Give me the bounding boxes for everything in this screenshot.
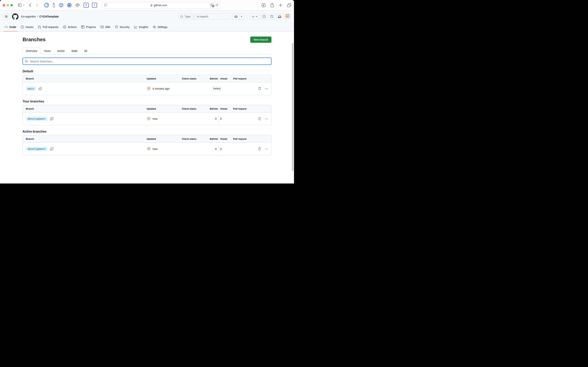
tab-yours[interactable]: Yours bbox=[41, 47, 54, 54]
tab-issues[interactable]: Issues bbox=[19, 23, 35, 31]
global-nav-menu-button[interactable] bbox=[3, 13, 9, 20]
tab-overview[interactable]: Overview bbox=[23, 47, 41, 54]
tab-insights[interactable]: Insights bbox=[133, 23, 150, 31]
minimize-window-button[interactable] bbox=[7, 4, 9, 6]
issues-dashboard-button[interactable] bbox=[261, 13, 267, 20]
col-branch: Branch bbox=[23, 77, 147, 80]
extension-instapaper-button[interactable]: I bbox=[84, 3, 89, 8]
tab-active[interactable]: Active bbox=[54, 47, 68, 54]
notifications-inbox-button[interactable] bbox=[277, 13, 283, 20]
cube-icon bbox=[59, 3, 64, 8]
breadcrumb-repo-link[interactable]: CYOATemplate bbox=[39, 15, 59, 18]
committer-avatar[interactable] bbox=[147, 117, 151, 121]
sidebar-chevron-button[interactable] bbox=[23, 4, 25, 6]
scrollbar-thumb[interactable] bbox=[292, 43, 294, 171]
sidebar-toggle-button[interactable] bbox=[18, 3, 22, 7]
zoom-window-button[interactable] bbox=[10, 4, 13, 6]
tab-pull-requests[interactable]: Pull requests bbox=[36, 23, 60, 31]
extension-1password-button[interactable] bbox=[67, 3, 72, 8]
download-icon bbox=[261, 3, 266, 7]
tab-wiki[interactable]: Wiki bbox=[99, 23, 112, 31]
col-branch: Branch bbox=[23, 108, 147, 110]
pull-requests-dashboard-button[interactable] bbox=[269, 13, 275, 20]
copy-icon bbox=[39, 87, 42, 90]
copy-branch-name-button[interactable] bbox=[50, 147, 53, 150]
branch-search-input[interactable] bbox=[30, 59, 269, 63]
committer-avatar[interactable] bbox=[147, 147, 151, 151]
gear-icon bbox=[153, 25, 156, 29]
address-bar[interactable]: github.com A x bbox=[102, 2, 220, 8]
new-tab-button[interactable] bbox=[279, 3, 282, 7]
copilot-menu-part[interactable] bbox=[239, 13, 244, 20]
close-window-button[interactable] bbox=[3, 4, 5, 6]
extension-elephant-button[interactable] bbox=[75, 3, 80, 8]
create-new-button[interactable] bbox=[250, 13, 259, 20]
delete-branch-button[interactable] bbox=[258, 117, 261, 120]
tab-actions[interactable]: Actions bbox=[61, 23, 78, 31]
ahead-count: 0 bbox=[218, 113, 233, 125]
tab-stale[interactable]: Stale bbox=[68, 47, 81, 54]
tab-settings[interactable]: Settings bbox=[151, 23, 169, 31]
user-avatar[interactable] bbox=[284, 13, 291, 20]
url-text: github.com bbox=[154, 4, 167, 7]
translate-button[interactable]: A x bbox=[210, 3, 214, 7]
delete-branch-button[interactable] bbox=[258, 87, 261, 90]
breadcrumb: lcs-wgordon / CYOATemplate bbox=[21, 15, 59, 18]
new-branch-button[interactable]: New branch bbox=[250, 37, 271, 43]
branch-menu-button[interactable] bbox=[265, 119, 268, 119]
tab-code[interactable]: Code bbox=[3, 23, 18, 31]
global-search-button[interactable]: Type / to search bbox=[178, 14, 231, 19]
branches-filter-tabs: Overview Yours Active Stale All bbox=[23, 47, 271, 54]
trash-icon bbox=[258, 87, 261, 90]
extension-instapaper-alt-button[interactable]: I bbox=[92, 3, 97, 8]
copilot-button[interactable] bbox=[233, 13, 244, 20]
tab-overview-button[interactable] bbox=[287, 3, 291, 7]
section-heading-active: Active branches bbox=[23, 130, 271, 133]
tab-security[interactable]: Security bbox=[113, 23, 131, 31]
copy-branch-name-button[interactable] bbox=[50, 117, 53, 120]
extension-cube-button[interactable] bbox=[59, 3, 64, 8]
copilot-icon-part[interactable] bbox=[233, 13, 239, 20]
col-ahead: Ahead bbox=[218, 75, 233, 82]
reload-button[interactable] bbox=[215, 4, 218, 7]
ahead-count: 0 bbox=[218, 143, 233, 155]
branch-name-link[interactable]: main bbox=[26, 86, 36, 91]
reload-icon bbox=[215, 4, 218, 7]
repo-nav: Code Issues Pull requests Actions Projec… bbox=[0, 23, 294, 32]
chevron-down-icon bbox=[23, 4, 25, 6]
default-branch-table: Branch Updated Check status Behind Ahead… bbox=[23, 75, 271, 95]
share-icon bbox=[270, 3, 274, 7]
table-header-row: Branch Updated Check status Behind Ahead… bbox=[23, 135, 271, 143]
spray-bottle-icon bbox=[52, 3, 55, 8]
back-button[interactable] bbox=[29, 3, 31, 7]
tab-all[interactable]: All bbox=[81, 47, 91, 54]
col-updated: Updated bbox=[147, 108, 182, 110]
forward-icon bbox=[36, 3, 38, 7]
copy-branch-name-button[interactable] bbox=[39, 87, 42, 90]
identicon bbox=[147, 117, 151, 121]
tabs-icon bbox=[287, 3, 291, 7]
extension-noir-button[interactable] bbox=[44, 3, 49, 8]
breadcrumb-owner-link[interactable]: lcs-wgordon bbox=[21, 15, 36, 18]
search-icon bbox=[180, 15, 183, 18]
col-updated: Updated bbox=[147, 77, 182, 80]
col-check-status: Check status bbox=[182, 77, 210, 80]
github-logo[interactable] bbox=[12, 13, 18, 20]
sidebar-icon bbox=[18, 3, 22, 7]
issue-opened-icon bbox=[21, 25, 24, 29]
hamburger-icon bbox=[5, 15, 8, 18]
tab-projects[interactable]: Projects bbox=[80, 23, 97, 31]
branch-name-link[interactable]: development bbox=[26, 147, 47, 151]
breadcrumb-separator: / bbox=[37, 15, 38, 18]
reader-icon bbox=[104, 3, 107, 7]
extension-cleaner-button[interactable] bbox=[52, 3, 55, 8]
share-button[interactable] bbox=[270, 3, 274, 7]
delete-branch-button[interactable] bbox=[258, 147, 261, 150]
branch-name-link[interactable]: development bbox=[26, 117, 47, 121]
branch-menu-button[interactable] bbox=[265, 149, 268, 149]
committer-avatar[interactable] bbox=[147, 86, 151, 91]
downloads-button[interactable] bbox=[261, 3, 266, 7]
branches-page: Branches New branch Overview Yours Activ… bbox=[0, 32, 294, 173]
branch-menu-button[interactable] bbox=[265, 88, 268, 89]
forward-button[interactable] bbox=[36, 3, 38, 7]
